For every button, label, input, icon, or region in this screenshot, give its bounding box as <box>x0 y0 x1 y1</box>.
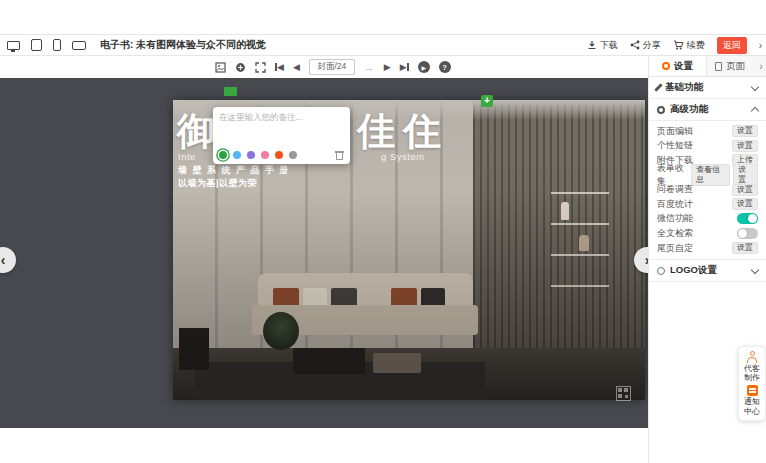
advanced-function-list: 页面编辑 设置 个性短链 设置 附件下载 上传 表单收集 查看信息 设置 问卷调… <box>649 121 766 260</box>
download-button[interactable]: 下载 <box>587 39 618 52</box>
phone-preview-icon[interactable] <box>53 39 61 51</box>
app-window: 电子书: 未有图网体验与众不同的视觉 下载 分享 续费 返回 › <box>0 0 766 463</box>
row-baidu-statistics: 百度统计 设置 <box>657 197 758 212</box>
fulltext-search-toggle[interactable] <box>737 228 758 239</box>
color-dot-gray[interactable] <box>289 151 297 159</box>
chevron-down-icon <box>751 82 759 90</box>
thumbnails-icon[interactable] <box>215 62 226 73</box>
color-dot-pink[interactable] <box>261 151 269 159</box>
baidu-settings-button[interactable]: 设置 <box>732 198 758 210</box>
cover-subtitle-left: Inte <box>178 151 196 162</box>
add-note-plus-button[interactable]: + <box>481 95 493 107</box>
color-dot-blue[interactable] <box>233 151 241 159</box>
sidebar-tabs: 设置 页面 › <box>649 56 766 77</box>
chevron-right-icon[interactable]: › <box>759 40 762 51</box>
section-basic-functions[interactable]: 基础功能 <box>649 77 766 99</box>
jump-arrow-icon[interactable]: → <box>364 62 375 73</box>
wechat-toggle[interactable] <box>737 213 758 224</box>
section-advanced-functions[interactable]: 高级功能 <box>649 99 766 121</box>
page-icon <box>715 62 722 71</box>
end-page-settings-button[interactable]: 设置 <box>732 242 758 254</box>
gear-icon <box>657 106 665 114</box>
viewer-toolbar: ◀ ◀ 封面/24 → ▶ ▶ ▶ ? <box>0 56 648 78</box>
logo-icon <box>657 267 665 275</box>
next-page-icon[interactable]: ▶ <box>384 63 391 72</box>
desktop-preview-icon[interactable] <box>7 41 20 50</box>
row-fulltext-search: 全文检索 <box>657 226 758 241</box>
color-dot-red[interactable] <box>275 151 283 159</box>
first-page-icon[interactable]: ◀ <box>275 63 284 72</box>
trash-icon[interactable] <box>335 150 344 160</box>
note-marker-flag[interactable] <box>224 87 237 96</box>
cover-subtitle-right: g System <box>381 151 425 162</box>
fullscreen-icon[interactable] <box>255 62 266 73</box>
book-title: 电子书: 未有图网体验与众不同的视觉 <box>100 38 266 52</box>
note-color-row <box>219 150 344 160</box>
short-link-settings-button[interactable]: 设置 <box>732 140 758 152</box>
previous-page-arrow[interactable]: ‹ <box>0 247 16 273</box>
row-form-collection: 表单收集 查看信息 设置 <box>657 168 758 183</box>
chevron-up-icon <box>751 106 759 114</box>
survey-settings-button[interactable]: 设置 <box>732 184 758 196</box>
renew-button[interactable]: 续费 <box>673 39 705 52</box>
cover-line3: 墙 壁 系 统 产 品 手 册 <box>178 164 290 177</box>
row-page-edit: 页面编辑 设置 <box>657 124 758 139</box>
top-actions: 下载 分享 续费 返回 › <box>587 37 766 54</box>
page-edit-settings-button[interactable]: 设置 <box>732 125 758 137</box>
pencil-icon <box>654 83 662 91</box>
flipbook-canvas: 御 佳 住 Inte g System 墙 壁 系 统 产 品 手 册 以墙为基… <box>0 78 648 428</box>
note-popover <box>213 107 350 164</box>
page-indicator-input[interactable]: 封面/24 <box>309 59 355 75</box>
section-logo-settings[interactable]: LOGO设置 <box>649 260 766 282</box>
cover-line4: 以墙为基|以壁为荣 <box>178 177 257 190</box>
notification-center-button[interactable]: 通知中心 <box>742 385 762 415</box>
note-input[interactable] <box>219 112 344 148</box>
cart-icon <box>673 40 684 50</box>
cover-title-char: 佳 <box>357 112 395 150</box>
tablet-preview-icon[interactable] <box>31 39 42 51</box>
chevron-down-icon <box>751 266 759 274</box>
qr-code-icon[interactable] <box>616 386 631 401</box>
sidebar-collapse-icon[interactable]: › <box>759 56 766 76</box>
share-icon <box>630 40 640 50</box>
view-info-button[interactable]: 查看信息 <box>691 164 730 186</box>
row-end-page: 尾页自定 设置 <box>657 241 758 256</box>
person-icon <box>746 351 758 363</box>
row-short-link: 个性短链 设置 <box>657 139 758 154</box>
gear-icon <box>662 62 670 70</box>
row-wechat-function: 微信功能 <box>657 212 758 227</box>
floating-helper-card: 代客制作 通知中心 <box>738 346 766 421</box>
cover-title-char: 住 <box>403 112 441 150</box>
top-bar: 电子书: 未有图网体验与众不同的视觉 下载 分享 续费 返回 › <box>0 34 766 56</box>
notification-icon <box>747 385 758 396</box>
landscape-preview-icon[interactable] <box>72 41 86 50</box>
valet-service-button[interactable]: 代客制作 <box>742 351 762 382</box>
color-dot-purple[interactable] <box>247 151 255 159</box>
cover-title-char: 御 <box>177 112 215 150</box>
download-icon <box>587 40 597 50</box>
previous-page-icon[interactable]: ◀ <box>293 63 300 72</box>
color-dot-green[interactable] <box>219 151 227 159</box>
autoplay-icon[interactable]: ▶ <box>418 61 430 73</box>
device-preview-switcher <box>0 39 86 51</box>
help-icon[interactable]: ? <box>439 61 451 73</box>
tab-settings[interactable]: 设置 <box>649 56 707 76</box>
share-button[interactable]: 分享 <box>630 39 661 52</box>
last-page-icon[interactable]: ▶ <box>400 63 409 72</box>
zoom-icon[interactable] <box>235 62 246 73</box>
back-button[interactable]: 返回 <box>717 37 747 54</box>
tab-pages[interactable]: 页面 <box>707 56 753 76</box>
